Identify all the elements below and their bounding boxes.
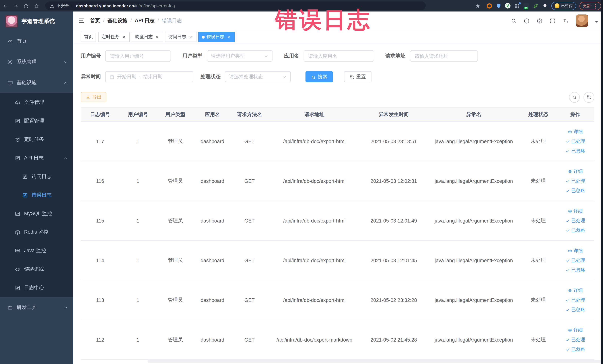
action-已忽略-link[interactable]: 已忽略 bbox=[557, 344, 593, 354]
app-name-input[interactable] bbox=[303, 50, 374, 61]
action-已忽略-link[interactable]: 已忽略 bbox=[557, 265, 593, 275]
browser-back-button[interactable] bbox=[0, 1, 10, 10]
action-已处理-link[interactable]: 已处理 bbox=[557, 256, 593, 265]
tag-close-icon[interactable]: × bbox=[226, 34, 231, 39]
user-id-input[interactable] bbox=[105, 50, 171, 61]
action-详细-link[interactable]: 详细 bbox=[557, 166, 593, 176]
dashboard-icon bbox=[7, 38, 13, 44]
extension-green-icon[interactable]: V bbox=[505, 3, 511, 9]
tag-close-icon[interactable]: × bbox=[155, 34, 160, 39]
process-status-label: 处理状态 bbox=[201, 73, 220, 80]
tag-item[interactable]: 首页 bbox=[81, 32, 96, 42]
tag-close-icon[interactable]: × bbox=[121, 34, 127, 39]
action-已忽略-link[interactable]: 已忽略 bbox=[557, 146, 593, 156]
filter-row-1: 用户编号 用户类型 请选择用户类型 应用名 请求地址 bbox=[81, 50, 603, 62]
action-已处理-link[interactable]: 已处理 bbox=[557, 216, 593, 225]
extension-shield-icon[interactable] bbox=[496, 3, 501, 9]
column-header: 用户类型 bbox=[156, 107, 194, 121]
sidebar-fold-button[interactable] bbox=[73, 17, 90, 24]
sidebar-item-label: 错误日志 bbox=[32, 192, 52, 199]
sidebar-item-错误日志[interactable]: 错误日志 bbox=[0, 186, 73, 204]
action-详细-link[interactable]: 详细 bbox=[557, 206, 593, 216]
action-已处理-link[interactable]: 已处理 bbox=[557, 137, 593, 146]
sidebar-item-Java 监控[interactable]: Java 监控 bbox=[0, 241, 73, 260]
breadcrumb-item[interactable]: 基础设施 bbox=[107, 17, 128, 24]
breadcrumb-item[interactable]: 首页 bbox=[90, 17, 100, 24]
extension-leaf-icon[interactable] bbox=[533, 3, 538, 9]
extension-grid-icon[interactable] bbox=[514, 3, 520, 9]
action-已处理-link[interactable]: 已处理 bbox=[557, 335, 593, 344]
refresh-button[interactable] bbox=[583, 92, 594, 103]
request-url-input[interactable] bbox=[410, 50, 478, 61]
horizontal-scrollbar[interactable] bbox=[148, 360, 603, 363]
tag-item[interactable]: 访问日志× bbox=[165, 32, 197, 42]
sidebar-item-访问日志[interactable]: 访问日志 bbox=[0, 167, 73, 186]
table-cell: 1 bbox=[119, 320, 156, 360]
browser-home-button[interactable] bbox=[31, 1, 42, 10]
help-icon[interactable] bbox=[536, 17, 543, 24]
tag-active[interactable]: 错误日志× bbox=[198, 32, 235, 42]
action-已忽略-link[interactable]: 已忽略 bbox=[557, 225, 593, 235]
action-详细-link[interactable]: 详细 bbox=[557, 127, 593, 137]
tag-item[interactable]: 调度日志× bbox=[132, 32, 163, 42]
table-cell: GET bbox=[231, 320, 268, 360]
browser-forward-button[interactable] bbox=[10, 1, 21, 10]
tag-close-icon[interactable]: × bbox=[188, 34, 193, 39]
browser-menu-icon[interactable] bbox=[592, 3, 598, 9]
bookmark-star-icon[interactable] bbox=[473, 1, 483, 10]
sidebar-item-日志中心[interactable]: 日志中心 bbox=[0, 279, 73, 297]
exception-time-range-input[interactable]: 开始日期 - 结束日期 bbox=[105, 71, 193, 82]
check-icon bbox=[565, 258, 570, 263]
export-button[interactable]: 导出 bbox=[81, 92, 106, 102]
table-cell: 114 bbox=[81, 240, 119, 280]
tag-item[interactable]: 定时任务× bbox=[98, 32, 130, 42]
search-toggle-button[interactable] bbox=[569, 92, 580, 103]
sidebar-item-系统管理[interactable]: 系统管理 bbox=[0, 52, 73, 72]
app-logo-row[interactable]: 芋道管理系统 bbox=[0, 12, 73, 31]
sidebar-item-MySQL 监控[interactable]: MySQL 监控 bbox=[0, 204, 73, 223]
browser-update-badge[interactable]: 更新 bbox=[580, 2, 601, 10]
fullscreen-icon[interactable] bbox=[549, 17, 556, 24]
action-详细-link[interactable]: 详细 bbox=[557, 246, 593, 256]
extensions-puzzle-icon[interactable] bbox=[542, 3, 548, 9]
avatar-caret-icon[interactable] bbox=[593, 18, 598, 23]
user-type-select[interactable]: 请选择用户类型 bbox=[207, 50, 272, 61]
github-icon[interactable] bbox=[523, 17, 530, 24]
sidebar-item-文件管理[interactable]: 文件管理 bbox=[0, 93, 73, 112]
search-button[interactable]: 搜索 bbox=[305, 71, 333, 82]
user-avatar[interactable] bbox=[576, 14, 588, 27]
reset-button[interactable]: 重置 bbox=[344, 71, 371, 82]
action-已处理-link[interactable]: 已处理 bbox=[557, 295, 593, 305]
header-search-icon[interactable] bbox=[510, 17, 517, 24]
process-status-select[interactable]: 请选择处理状态 bbox=[225, 71, 291, 82]
browser-reload-button[interactable] bbox=[21, 1, 31, 10]
fold-icon bbox=[78, 17, 85, 24]
sidebar-item-研发工具[interactable]: 研发工具 bbox=[0, 297, 73, 318]
table-cell: java.lang.IllegalArgumentException bbox=[427, 280, 521, 320]
sidebar-item-配置管理[interactable]: 配置管理 bbox=[0, 112, 73, 130]
action-已忽略-link[interactable]: 已忽略 bbox=[557, 305, 593, 315]
action-已处理-link[interactable]: 已处理 bbox=[557, 176, 593, 186]
table-cell: 未处理 bbox=[521, 201, 556, 240]
font-size-icon[interactable]: TT bbox=[562, 17, 569, 24]
paused-profile-badge[interactable]: 已暂停 bbox=[551, 2, 576, 10]
column-header: 日志编号 bbox=[81, 107, 119, 121]
table-cell: /api/infra/db-doc/export-html bbox=[268, 240, 360, 280]
sidebar-item-API 日志[interactable]: API 日志 bbox=[0, 149, 73, 167]
action-详细-link[interactable]: 详细 bbox=[557, 325, 593, 335]
sidebar-item-链路追踪[interactable]: 链路追踪 bbox=[0, 260, 73, 279]
breadcrumb-item[interactable]: API 日志 bbox=[135, 17, 155, 24]
extension-orange-icon[interactable] bbox=[486, 3, 492, 9]
extension-on-badge-icon[interactable]: on bbox=[523, 3, 529, 9]
sidebar-item-基础设施[interactable]: 基础设施 bbox=[0, 72, 73, 93]
action-详细-link[interactable]: 详细 bbox=[557, 286, 593, 295]
toolbox-icon bbox=[7, 305, 13, 310]
table-cell: 116 bbox=[81, 161, 119, 201]
row-actions-cell: 详细已处理已忽略 bbox=[556, 121, 594, 161]
sidebar-item-定时任务[interactable]: 定时任务 bbox=[0, 130, 73, 149]
sidebar-menu: 首页系统管理基础设施文件管理配置管理定时任务API 日志访问日志错误日志MySQ… bbox=[0, 31, 73, 318]
sidebar-item-首页[interactable]: 首页 bbox=[0, 31, 73, 52]
table-cell: java.lang.IllegalArgumentException bbox=[427, 240, 521, 280]
action-已忽略-link[interactable]: 已忽略 bbox=[557, 186, 593, 195]
sidebar-item-Redis 监控[interactable]: Redis 监控 bbox=[0, 223, 73, 241]
